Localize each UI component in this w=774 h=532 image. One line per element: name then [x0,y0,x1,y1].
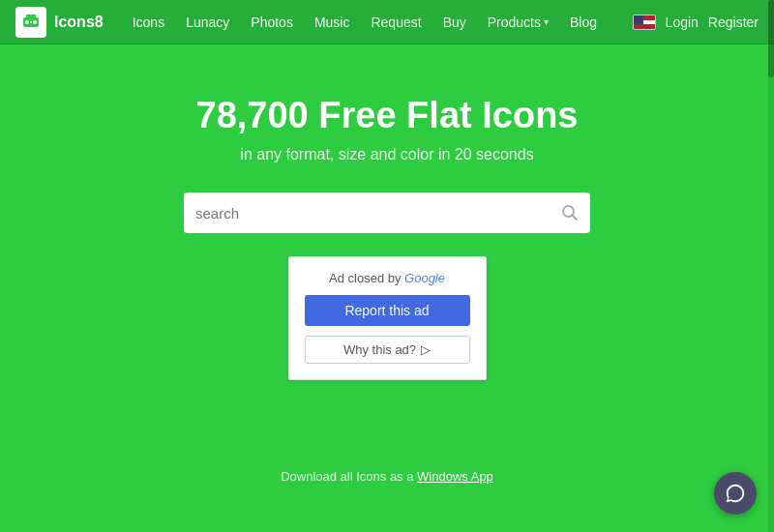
why-ad-label: Why this ad? [343,342,416,357]
svg-point-3 [33,20,37,24]
ad-panel: Ad closed by Google Report this ad Why t… [288,256,487,380]
hero-title: 78,700 Free Flat Icons [196,95,579,136]
nav-blog[interactable]: Blog [570,15,597,30]
ad-closed-text: Ad closed by Google [329,271,445,285]
logo-icon [15,7,46,38]
nav-icons[interactable]: Icons [133,15,164,30]
report-ad-button[interactable]: Report this ad [305,295,470,326]
scrollbar-thumb[interactable] [768,0,774,77]
navbar-right: Login Register [633,15,759,30]
svg-point-2 [25,20,29,24]
logo-text: Icons8 [54,14,104,31]
chevron-down-icon: ▾ [544,16,549,27]
why-this-ad-button[interactable]: Why this ad? ▷ [305,336,470,364]
chat-icon [725,483,746,504]
search-input[interactable] [195,205,561,222]
nav-photos[interactable]: Photos [251,15,293,30]
nav-lunacy[interactable]: Lunacy [186,15,229,30]
windows-app-link[interactable]: Windows App [417,469,493,484]
svg-rect-4 [30,21,32,23]
search-button[interactable] [561,204,579,222]
navbar-links: Icons Lunacy Photos Music Request Buy Pr… [133,15,633,30]
nav-music[interactable]: Music [314,15,350,30]
login-link[interactable]: Login [666,15,699,30]
nav-products[interactable]: Products [488,15,541,30]
register-link[interactable]: Register [708,15,759,30]
scrollbar[interactable] [768,0,774,532]
nav-buy[interactable]: Buy [443,15,466,30]
svg-rect-1 [26,15,36,18]
flag-icon [633,15,656,30]
logo[interactable]: Icons8 [15,7,104,38]
chat-bubble[interactable] [714,472,757,515]
nav-products-item[interactable]: Products ▾ [488,15,549,30]
navbar: Icons8 Icons Lunacy Photos Music Request… [0,0,774,44]
search-container [184,192,590,233]
hero-subtitle: in any format, size and color in 20 seco… [240,146,533,163]
play-icon: ▷ [421,342,431,357]
svg-line-6 [573,216,578,221]
nav-request[interactable]: Request [371,15,421,30]
google-brand: Google [404,271,445,285]
bottom-text: Download all Icons as a Windows App [281,469,493,484]
main-content: 78,700 Free Flat Icons in any format, si… [0,44,774,380]
